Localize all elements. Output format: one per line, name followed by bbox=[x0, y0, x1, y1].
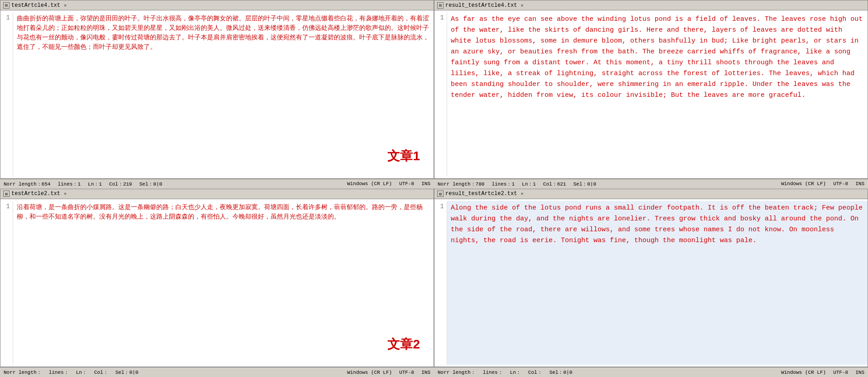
encoding-top-left: UTF-8 bbox=[399, 181, 414, 186]
pane-top-right-icon: ▤ bbox=[437, 2, 444, 9]
watermark-top-left: 文章1 bbox=[387, 148, 420, 165]
line-ending-top-left: Windows (CR LF) bbox=[347, 181, 392, 186]
col-bottom-left: Col： bbox=[94, 369, 108, 376]
pane-top-left-title: testArtcle4.txt bbox=[11, 2, 60, 9]
norr-length-bottom-left: Norr length： bbox=[4, 369, 42, 376]
ins-top-right: INS bbox=[855, 181, 864, 186]
pane-bottom-left-header: ▤ testArtcle2.txt ✕ bbox=[0, 189, 434, 199]
pane-bottom-left-title: testArtcle2.txt bbox=[11, 191, 60, 197]
pane-top-left-icon: ▤ bbox=[3, 2, 10, 9]
ins-bottom-left: INS bbox=[421, 370, 430, 375]
pane-bottom-right-title: result_testArtcle2.txt bbox=[445, 191, 517, 197]
norr-length-bottom-right: Norr length： bbox=[438, 369, 476, 376]
line-ending-bottom-left: Windows (CR LF) bbox=[347, 370, 392, 375]
ln-top-left: Ln：1 bbox=[88, 181, 102, 187]
pane-bottom-right-close[interactable]: ✕ bbox=[521, 191, 523, 196]
ln-top-right: Ln：1 bbox=[522, 181, 536, 187]
line-number-bottom-left: 1 bbox=[0, 201, 13, 365]
pane-bottom-left: ▤ testArtcle2.txt ✕ 1 沿着荷塘，是一条曲折的小煤屑路。这是… bbox=[0, 189, 434, 367]
pane-top-left-header: ▤ testArtcle4.txt ✕ bbox=[0, 0, 434, 10]
ins-bottom-right: INS bbox=[855, 370, 864, 375]
pane-top-right-title: result_testArtcle4.txt bbox=[445, 2, 517, 9]
pane-top-right: ▤ result_testArtcle4.txt ✕ 1 As far as t… bbox=[434, 0, 868, 179]
line-number-bottom-right: 1 bbox=[434, 201, 447, 365]
lines-bottom-right: lines： bbox=[483, 369, 503, 376]
text-content-top-right[interactable]: As far as the eye can see above the wind… bbox=[447, 12, 868, 177]
pane-top-right-close[interactable]: ✕ bbox=[521, 3, 523, 8]
pane-top-left-close[interactable]: ✕ bbox=[64, 3, 67, 8]
pane-top-left: ▤ testArtcle4.txt ✕ 1 曲曲折折的荷塘上面，弥望的是田田的叶… bbox=[0, 0, 434, 179]
sel-bottom-right: Sel：0|0 bbox=[550, 369, 573, 376]
pane-bottom-right-header: ▤ result_testArtcle2.txt ✕ bbox=[434, 189, 868, 199]
watermark-bottom-left: 文章2 bbox=[387, 336, 420, 353]
text-content-bottom-right[interactable]: Along the side of the lotus pond runs a … bbox=[447, 201, 868, 365]
pane-bottom-right-content: 1 Along the side of the lotus pond runs … bbox=[434, 199, 868, 367]
pane-bottom-right: ▤ result_testArtcle2.txt ✕ 1 Along the s… bbox=[434, 189, 868, 367]
col-top-left: Col：219 bbox=[109, 181, 132, 187]
pane-bottom-left-close[interactable]: ✕ bbox=[64, 191, 67, 196]
statusbar-top-left: Norr length：654 lines：1 Ln：1 Col：219 Sel… bbox=[0, 179, 434, 189]
statusbar-top-right: Norr length：780 lines：1 Ln：1 Col：621 Sel… bbox=[434, 179, 868, 189]
ln-bottom-left: Ln： bbox=[76, 369, 87, 376]
sel-bottom-left: Sel：0|0 bbox=[116, 369, 139, 376]
pane-top-right-header: ▤ result_testArtcle4.txt ✕ bbox=[434, 0, 868, 10]
lines-top-left: lines：1 bbox=[58, 181, 81, 187]
line-ending-bottom-right: Windows (CR LF) bbox=[781, 370, 826, 375]
sel-top-left: Sel：0|0 bbox=[139, 181, 162, 187]
col-top-right: Col：621 bbox=[543, 181, 566, 187]
text-content-top-left[interactable]: 曲曲折折的荷塘上面，弥望的是田田的叶子。叶子出水很高，像亭亭的舞女的裙。层层的叶… bbox=[13, 12, 434, 177]
ln-bottom-right: Ln： bbox=[510, 369, 521, 376]
lines-bottom-left: lines： bbox=[49, 369, 69, 376]
text-content-bottom-left[interactable]: 沿着荷塘，是一条曲折的小煤屑路。这是一条幽僻的路；白天也少人走，夜晚更加寂寞。荷… bbox=[13, 201, 434, 365]
pane-bottom-left-content: 1 沿着荷塘，是一条曲折的小煤屑路。这是一条幽僻的路；白天也少人走，夜晚更加寂寞… bbox=[0, 199, 434, 367]
norr-length-top-right: Norr length：780 bbox=[438, 181, 484, 187]
encoding-top-right: UTF-8 bbox=[833, 181, 848, 186]
pane-bottom-right-icon: ▤ bbox=[437, 191, 444, 197]
pane-bottom-left-icon: ▤ bbox=[3, 191, 10, 197]
line-ending-top-right: Windows (CR LF) bbox=[781, 181, 826, 186]
sel-top-right: Sel：0|0 bbox=[573, 181, 596, 187]
line-number-top-right: 1 bbox=[434, 12, 447, 177]
statusbar-bottom-right: Norr length： lines： Ln： Col： Sel：0|0 Win… bbox=[434, 367, 868, 377]
pane-top-left-content: 1 曲曲折折的荷塘上面，弥望的是田田的叶子。叶子出水很高，像亭亭的舞女的裙。层层… bbox=[0, 10, 434, 178]
pane-top-right-content: 1 As far as the eye can see above the wi… bbox=[434, 10, 868, 178]
ins-top-left: INS bbox=[421, 181, 430, 186]
col-bottom-right: Col： bbox=[528, 369, 542, 376]
encoding-bottom-left: UTF-8 bbox=[399, 370, 414, 375]
statusbar-bottom-left: Norr length： lines： Ln： Col： Sel：0|0 Win… bbox=[0, 367, 434, 377]
line-number-top-left: 1 bbox=[0, 12, 13, 177]
norr-length-top-left: Norr length：654 bbox=[4, 181, 50, 187]
lines-top-right: lines：1 bbox=[492, 181, 515, 187]
encoding-bottom-right: UTF-8 bbox=[833, 370, 848, 375]
